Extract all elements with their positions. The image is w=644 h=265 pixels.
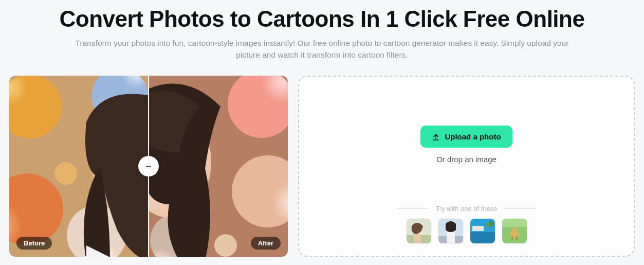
swap-horizontal-icon: ↔ xyxy=(144,162,153,171)
page-subtitle: Transform your photos into fun, cartoon-… xyxy=(76,37,569,61)
before-badge: Before xyxy=(16,237,52,250)
drop-hint: Or drop an image xyxy=(436,155,496,164)
after-image xyxy=(149,76,288,257)
sample-image-2[interactable] xyxy=(438,219,463,243)
upload-button[interactable]: Upload a photo xyxy=(420,126,512,148)
svg-point-33 xyxy=(512,227,517,233)
upload-icon xyxy=(432,133,440,141)
upload-button-label: Upload a photo xyxy=(445,132,501,141)
upload-dropzone[interactable]: Upload a photo Or drop an image Try with… xyxy=(298,76,635,257)
svg-rect-27 xyxy=(472,226,484,231)
svg-rect-35 xyxy=(516,236,518,240)
svg-rect-31 xyxy=(502,219,527,227)
svg-point-29 xyxy=(486,223,490,227)
after-badge: After xyxy=(251,237,281,250)
before-image xyxy=(9,76,149,257)
before-after-compare[interactable]: ↔ Before After xyxy=(9,76,288,257)
svg-rect-20 xyxy=(414,234,421,243)
svg-rect-34 xyxy=(511,236,513,240)
sample-image-1[interactable] xyxy=(407,219,431,243)
svg-rect-24 xyxy=(447,232,455,243)
svg-point-11 xyxy=(214,234,237,257)
sample-image-3[interactable] xyxy=(470,219,495,243)
compare-handle[interactable]: ↔ xyxy=(138,156,159,176)
sample-image-4[interactable] xyxy=(502,219,527,243)
svg-point-5 xyxy=(54,162,77,185)
svg-rect-26 xyxy=(470,232,495,243)
samples-heading: Try with one of these xyxy=(397,205,535,213)
page-title: Convert Photos to Cartoons In 1 Click Fr… xyxy=(9,6,635,32)
